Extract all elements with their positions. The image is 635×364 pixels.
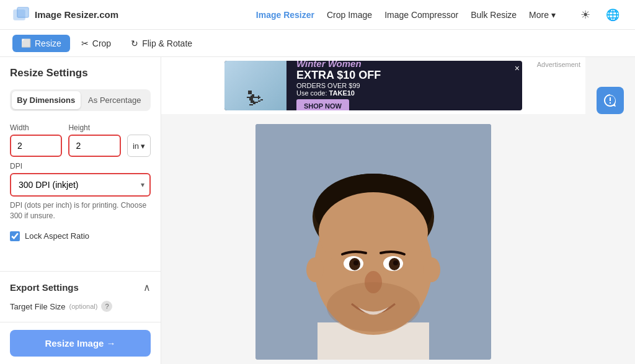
width-label: Width xyxy=(10,123,62,132)
export-settings-header[interactable]: Export Settings ∧ xyxy=(10,282,151,293)
export-settings-title: Export Settings xyxy=(10,282,79,293)
ad-banner-top: Advertisement ⛷ Winter Women EXTRA $10 O… xyxy=(161,57,585,114)
height-label: Height xyxy=(68,123,120,132)
export-settings-section: Export Settings ∧ Target File Size (opti… xyxy=(0,271,161,322)
logo-icon xyxy=(12,6,30,24)
export-chevron-icon: ∧ xyxy=(143,282,151,293)
nav-bulk-resize[interactable]: Bulk Resize xyxy=(471,10,517,20)
lock-aspect-label[interactable]: Lock Aspect Ratio xyxy=(25,231,89,241)
nav-more-menu[interactable]: More ▾ xyxy=(529,10,556,20)
unit-value: in xyxy=(133,141,139,151)
target-file-help-icon[interactable]: ? xyxy=(101,301,112,312)
width-group: Width xyxy=(10,123,62,157)
lock-aspect-checkbox[interactable] xyxy=(10,231,20,241)
flip-rotate-label: Flip & Rotate xyxy=(142,38,192,48)
flip-rotate-tool-button[interactable]: ↻ Flip & Rotate xyxy=(122,35,201,52)
ad-top-label: Advertisement xyxy=(537,61,580,68)
chevron-down-icon: ▾ xyxy=(551,10,556,20)
export-settings-content: Target File Size (optional) ? xyxy=(10,301,151,312)
dpi-select[interactable]: 300 DPI (inkjet) 72 DPI (screen) 150 DPI… xyxy=(10,173,151,197)
crop-tool-button[interactable]: ✂ Crop xyxy=(73,35,120,52)
resize-settings-title: Resize Settings xyxy=(10,67,151,79)
resize-icon: ⬜ xyxy=(21,38,31,48)
ad-close-icon[interactable]: × xyxy=(515,63,520,73)
brand-name: Image Resizer.com xyxy=(35,9,118,20)
tab-by-dimensions[interactable]: By Dimensions xyxy=(12,91,81,109)
main-layout: Resize Settings By Dimensions As Percent… xyxy=(0,57,635,364)
dpi-section: DPI 300 DPI (inkjet) 72 DPI (screen) 150… xyxy=(10,162,151,221)
theme-toggle-button[interactable]: ☀ xyxy=(575,5,595,25)
toolbar: ⬜ Resize ✂ Crop ↻ Flip & Rotate xyxy=(0,30,635,57)
brand-logo[interactable]: Image Resizer.com xyxy=(12,6,118,24)
ad-top-content: ⛷ Winter Women EXTRA $10 OFF ORDERS OVER… xyxy=(224,61,522,110)
dpi-hint: DPI (dots per inch) is for printing. Cho… xyxy=(10,200,151,221)
chat-icon xyxy=(603,93,618,108)
navbar-icons: ☀ 🌐 xyxy=(575,5,623,25)
crop-icon: ✂ xyxy=(81,38,89,48)
ad-top-text: Winter Women EXTRA $10 OFF ORDERS OVER $… xyxy=(286,61,522,110)
nav-image-resizer[interactable]: Image Resizer xyxy=(256,10,314,20)
ad-shop-button[interactable]: SHOP NOW xyxy=(296,99,349,110)
resize-label: Resize xyxy=(35,38,61,48)
nav-more-label: More xyxy=(529,10,549,20)
svg-point-17 xyxy=(327,282,420,332)
sidebar: Resize Settings By Dimensions As Percent… xyxy=(0,57,161,364)
dpi-select-wrapper: 300 DPI (inkjet) 72 DPI (screen) 150 DPI… xyxy=(10,173,151,197)
navbar: Image Resizer.com Image Resizer Crop Ima… xyxy=(0,0,635,30)
preview-person-svg xyxy=(255,124,491,360)
target-file-optional: (optional) xyxy=(69,303,98,310)
resize-button-wrapper: Resize Image → xyxy=(0,322,161,364)
resize-image-button[interactable]: Resize Image → xyxy=(10,330,151,357)
chat-support-button[interactable] xyxy=(597,87,624,114)
svg-point-18 xyxy=(306,257,324,282)
right-panel xyxy=(585,57,635,364)
preview-image xyxy=(255,124,491,360)
target-file-row: Target File Size (optional) ? xyxy=(10,301,151,312)
height-input[interactable] xyxy=(68,135,120,157)
resize-btn-label: Resize Image → xyxy=(45,338,115,348)
nav-image-compressor[interactable]: Image Compressor xyxy=(384,10,458,20)
photo-preview-area xyxy=(161,114,585,364)
lock-aspect-row: Lock Aspect Ratio xyxy=(10,231,151,241)
ad-code-text: Use code: TAKE10 xyxy=(296,89,512,97)
svg-point-19 xyxy=(423,257,440,282)
ad-offer-text: EXTRA $10 OFF xyxy=(296,69,512,82)
skier-icon: ⛷ xyxy=(246,87,265,110)
nav-crop-image[interactable]: Crop Image xyxy=(327,10,372,20)
dimensions-row: Width Height in ▾ xyxy=(10,123,151,157)
ad-top-image: ⛷ xyxy=(224,61,286,110)
svg-point-9 xyxy=(319,192,428,273)
language-button[interactable]: 🌐 xyxy=(603,5,623,25)
ad-brand-name: Winter Women xyxy=(296,61,512,69)
unit-chevron-icon: ▾ xyxy=(141,141,145,151)
unit-selector[interactable]: in ▾ xyxy=(127,135,151,157)
resize-tool-button[interactable]: ⬜ Resize xyxy=(12,35,70,52)
crop-label: Crop xyxy=(92,38,111,48)
nav-links: Image Resizer Crop Image Image Compresso… xyxy=(256,10,556,20)
resize-mode-tabs: By Dimensions As Percentage xyxy=(10,89,151,111)
content-area: Advertisement ⛷ Winter Women EXTRA $10 O… xyxy=(161,57,585,364)
width-input[interactable] xyxy=(10,135,62,157)
tab-as-percentage[interactable]: As Percentage xyxy=(81,91,149,109)
svg-point-15 xyxy=(393,260,398,265)
height-group: Height xyxy=(68,123,120,157)
flip-rotate-icon: ↻ xyxy=(131,38,138,48)
target-file-label: Target File Size xyxy=(10,302,66,311)
svg-rect-1 xyxy=(17,7,29,17)
svg-point-14 xyxy=(353,260,358,265)
dpi-label: DPI xyxy=(10,162,151,171)
ad-offer-detail: ORDERS OVER $99 xyxy=(296,82,512,89)
